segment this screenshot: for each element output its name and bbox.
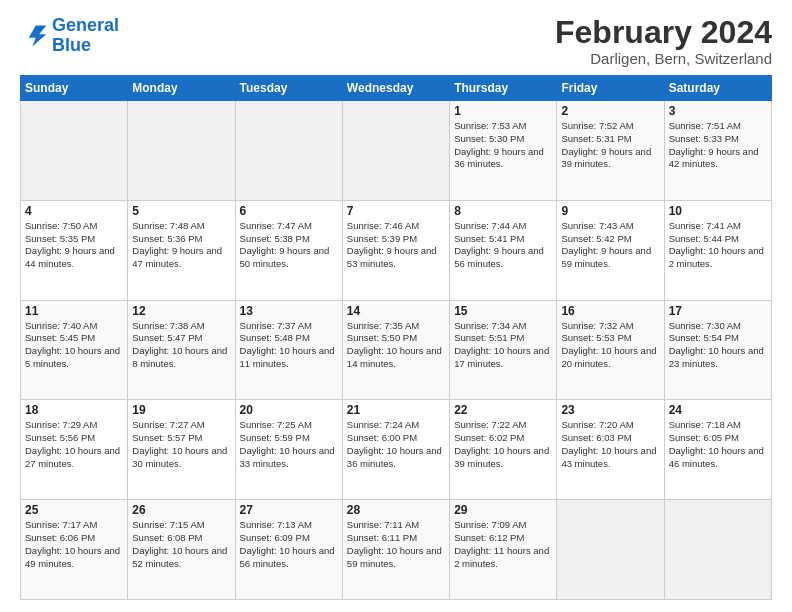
day-cell: 27Sunrise: 7:13 AM Sunset: 6:09 PM Dayli… xyxy=(235,500,342,600)
day-number: 22 xyxy=(454,403,552,417)
week-row-4: 18Sunrise: 7:29 AM Sunset: 5:56 PM Dayli… xyxy=(21,400,772,500)
day-info: Sunrise: 7:40 AM Sunset: 5:45 PM Dayligh… xyxy=(25,320,123,371)
day-info: Sunrise: 7:35 AM Sunset: 5:50 PM Dayligh… xyxy=(347,320,445,371)
location: Darligen, Bern, Switzerland xyxy=(555,50,772,67)
day-number: 4 xyxy=(25,204,123,218)
day-number: 6 xyxy=(240,204,338,218)
day-info: Sunrise: 7:18 AM Sunset: 6:05 PM Dayligh… xyxy=(669,419,767,470)
day-cell: 16Sunrise: 7:32 AM Sunset: 5:53 PM Dayli… xyxy=(557,300,664,400)
day-info: Sunrise: 7:11 AM Sunset: 6:11 PM Dayligh… xyxy=(347,519,445,570)
day-info: Sunrise: 7:50 AM Sunset: 5:35 PM Dayligh… xyxy=(25,220,123,271)
day-info: Sunrise: 7:52 AM Sunset: 5:31 PM Dayligh… xyxy=(561,120,659,171)
day-info: Sunrise: 7:13 AM Sunset: 6:09 PM Dayligh… xyxy=(240,519,338,570)
day-cell: 2Sunrise: 7:52 AM Sunset: 5:31 PM Daylig… xyxy=(557,101,664,201)
day-number: 12 xyxy=(132,304,230,318)
day-info: Sunrise: 7:15 AM Sunset: 6:08 PM Dayligh… xyxy=(132,519,230,570)
day-cell: 7Sunrise: 7:46 AM Sunset: 5:39 PM Daylig… xyxy=(342,200,449,300)
day-cell: 11Sunrise: 7:40 AM Sunset: 5:45 PM Dayli… xyxy=(21,300,128,400)
day-number: 16 xyxy=(561,304,659,318)
day-info: Sunrise: 7:43 AM Sunset: 5:42 PM Dayligh… xyxy=(561,220,659,271)
day-number: 17 xyxy=(669,304,767,318)
day-cell: 1Sunrise: 7:53 AM Sunset: 5:30 PM Daylig… xyxy=(450,101,557,201)
day-info: Sunrise: 7:17 AM Sunset: 6:06 PM Dayligh… xyxy=(25,519,123,570)
day-info: Sunrise: 7:34 AM Sunset: 5:51 PM Dayligh… xyxy=(454,320,552,371)
day-number: 18 xyxy=(25,403,123,417)
day-cell: 5Sunrise: 7:48 AM Sunset: 5:36 PM Daylig… xyxy=(128,200,235,300)
day-info: Sunrise: 7:38 AM Sunset: 5:47 PM Dayligh… xyxy=(132,320,230,371)
header-row: Sunday Monday Tuesday Wednesday Thursday… xyxy=(21,76,772,101)
day-cell: 15Sunrise: 7:34 AM Sunset: 5:51 PM Dayli… xyxy=(450,300,557,400)
day-info: Sunrise: 7:24 AM Sunset: 6:00 PM Dayligh… xyxy=(347,419,445,470)
calendar-table: Sunday Monday Tuesday Wednesday Thursday… xyxy=(20,75,772,600)
day-number: 13 xyxy=(240,304,338,318)
day-info: Sunrise: 7:27 AM Sunset: 5:57 PM Dayligh… xyxy=(132,419,230,470)
day-info: Sunrise: 7:41 AM Sunset: 5:44 PM Dayligh… xyxy=(669,220,767,271)
day-cell xyxy=(342,101,449,201)
week-row-2: 4Sunrise: 7:50 AM Sunset: 5:35 PM Daylig… xyxy=(21,200,772,300)
logo: General Blue xyxy=(20,16,119,56)
day-cell: 14Sunrise: 7:35 AM Sunset: 5:50 PM Dayli… xyxy=(342,300,449,400)
day-number: 24 xyxy=(669,403,767,417)
day-info: Sunrise: 7:46 AM Sunset: 5:39 PM Dayligh… xyxy=(347,220,445,271)
svg-marker-0 xyxy=(29,25,47,46)
day-number: 29 xyxy=(454,503,552,517)
day-cell: 4Sunrise: 7:50 AM Sunset: 5:35 PM Daylig… xyxy=(21,200,128,300)
day-number: 7 xyxy=(347,204,445,218)
day-cell: 18Sunrise: 7:29 AM Sunset: 5:56 PM Dayli… xyxy=(21,400,128,500)
day-info: Sunrise: 7:30 AM Sunset: 5:54 PM Dayligh… xyxy=(669,320,767,371)
day-info: Sunrise: 7:29 AM Sunset: 5:56 PM Dayligh… xyxy=(25,419,123,470)
col-wednesday: Wednesday xyxy=(342,76,449,101)
week-row-5: 25Sunrise: 7:17 AM Sunset: 6:06 PM Dayli… xyxy=(21,500,772,600)
logo-text: General Blue xyxy=(52,16,119,56)
day-cell: 24Sunrise: 7:18 AM Sunset: 6:05 PM Dayli… xyxy=(664,400,771,500)
day-number: 14 xyxy=(347,304,445,318)
col-tuesday: Tuesday xyxy=(235,76,342,101)
month-title: February 2024 xyxy=(555,16,772,48)
day-info: Sunrise: 7:20 AM Sunset: 6:03 PM Dayligh… xyxy=(561,419,659,470)
day-info: Sunrise: 7:47 AM Sunset: 5:38 PM Dayligh… xyxy=(240,220,338,271)
day-cell: 25Sunrise: 7:17 AM Sunset: 6:06 PM Dayli… xyxy=(21,500,128,600)
day-info: Sunrise: 7:37 AM Sunset: 5:48 PM Dayligh… xyxy=(240,320,338,371)
day-info: Sunrise: 7:53 AM Sunset: 5:30 PM Dayligh… xyxy=(454,120,552,171)
day-cell: 19Sunrise: 7:27 AM Sunset: 5:57 PM Dayli… xyxy=(128,400,235,500)
day-cell: 12Sunrise: 7:38 AM Sunset: 5:47 PM Dayli… xyxy=(128,300,235,400)
day-cell: 10Sunrise: 7:41 AM Sunset: 5:44 PM Dayli… xyxy=(664,200,771,300)
day-number: 23 xyxy=(561,403,659,417)
logo-line2: Blue xyxy=(52,35,91,55)
day-number: 9 xyxy=(561,204,659,218)
day-number: 27 xyxy=(240,503,338,517)
day-info: Sunrise: 7:09 AM Sunset: 6:12 PM Dayligh… xyxy=(454,519,552,570)
day-number: 3 xyxy=(669,104,767,118)
header: General Blue February 2024 Darligen, Ber… xyxy=(20,16,772,67)
day-cell: 21Sunrise: 7:24 AM Sunset: 6:00 PM Dayli… xyxy=(342,400,449,500)
week-row-3: 11Sunrise: 7:40 AM Sunset: 5:45 PM Dayli… xyxy=(21,300,772,400)
day-info: Sunrise: 7:44 AM Sunset: 5:41 PM Dayligh… xyxy=(454,220,552,271)
day-number: 21 xyxy=(347,403,445,417)
day-info: Sunrise: 7:48 AM Sunset: 5:36 PM Dayligh… xyxy=(132,220,230,271)
day-cell: 9Sunrise: 7:43 AM Sunset: 5:42 PM Daylig… xyxy=(557,200,664,300)
day-cell: 3Sunrise: 7:51 AM Sunset: 5:33 PM Daylig… xyxy=(664,101,771,201)
day-cell: 6Sunrise: 7:47 AM Sunset: 5:38 PM Daylig… xyxy=(235,200,342,300)
day-cell xyxy=(128,101,235,201)
day-info: Sunrise: 7:25 AM Sunset: 5:59 PM Dayligh… xyxy=(240,419,338,470)
day-number: 10 xyxy=(669,204,767,218)
day-cell: 28Sunrise: 7:11 AM Sunset: 6:11 PM Dayli… xyxy=(342,500,449,600)
page: General Blue February 2024 Darligen, Ber… xyxy=(0,0,792,612)
logo-icon xyxy=(20,22,48,50)
col-friday: Friday xyxy=(557,76,664,101)
col-thursday: Thursday xyxy=(450,76,557,101)
day-number: 25 xyxy=(25,503,123,517)
day-number: 8 xyxy=(454,204,552,218)
day-number: 20 xyxy=(240,403,338,417)
day-number: 19 xyxy=(132,403,230,417)
day-cell xyxy=(21,101,128,201)
logo-line1: General xyxy=(52,15,119,35)
day-cell: 22Sunrise: 7:22 AM Sunset: 6:02 PM Dayli… xyxy=(450,400,557,500)
title-block: February 2024 Darligen, Bern, Switzerlan… xyxy=(555,16,772,67)
col-monday: Monday xyxy=(128,76,235,101)
day-cell: 23Sunrise: 7:20 AM Sunset: 6:03 PM Dayli… xyxy=(557,400,664,500)
day-number: 1 xyxy=(454,104,552,118)
day-cell: 13Sunrise: 7:37 AM Sunset: 5:48 PM Dayli… xyxy=(235,300,342,400)
day-number: 5 xyxy=(132,204,230,218)
day-cell: 8Sunrise: 7:44 AM Sunset: 5:41 PM Daylig… xyxy=(450,200,557,300)
